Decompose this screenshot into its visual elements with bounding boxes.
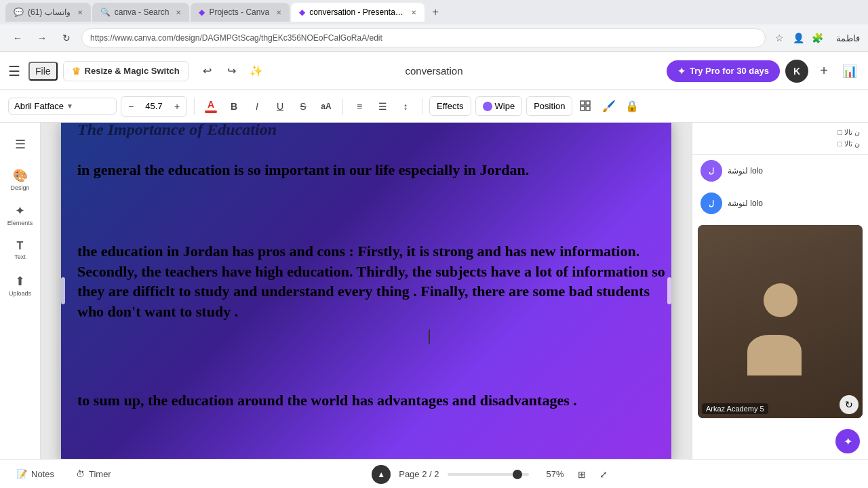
position-label: Position — [534, 101, 565, 111]
pro-trial-button[interactable]: ✦ Try Pro for 30 days — [667, 60, 780, 82]
list-button[interactable]: ☰ — [373, 97, 392, 116]
document-title: conversation — [405, 65, 462, 77]
design-icon: 🎨 — [13, 168, 28, 183]
tab-whatsapp[interactable]: 💬 واتساب (61) ✕ — [5, 3, 91, 22]
plus-button[interactable]: + — [814, 61, 834, 81]
menu-icon[interactable]: ☰ — [8, 63, 20, 79]
decrease-size-button[interactable]: − — [121, 97, 140, 116]
spacing-button[interactable]: ↕ — [396, 97, 415, 116]
font-selector[interactable]: Abril Fatface ▼ — [8, 98, 117, 115]
effects-button[interactable]: Effects — [429, 96, 471, 116]
video-person-body — [747, 335, 802, 375]
right-toolbar: ✦ Try Pro for 30 days K + 📊 — [667, 60, 860, 83]
sidebar-item-text[interactable]: T Text — [4, 234, 37, 266]
tab-close-3[interactable]: ✕ — [276, 9, 281, 16]
reload-button[interactable]: ↻ — [57, 28, 76, 47]
arabic-label-1: ن تالا □ — [701, 128, 860, 137]
text-color-button[interactable]: A — [201, 97, 220, 116]
zoom-level: 57% — [537, 469, 564, 479]
fullscreen-button[interactable]: ⤢ — [594, 465, 613, 484]
pro-label: Try Pro for 30 days — [690, 66, 769, 76]
resize-handle-left[interactable] — [61, 277, 65, 304]
strikethrough-button[interactable]: S — [294, 97, 313, 116]
address-icons: ☆ 👤 🧩 — [771, 30, 825, 46]
profile-icon[interactable]: 👤 — [790, 30, 806, 46]
video-placeholder — [698, 225, 863, 418]
resize-magic-switch-button[interactable]: ♛ Resize & Magic Switch — [63, 61, 189, 81]
notes-icon: 📝 — [16, 469, 27, 479]
resize-handle-right[interactable] — [667, 277, 671, 304]
canvas-area[interactable]: The Importance of Education in general t… — [41, 123, 692, 459]
tab-conversation[interactable]: ◆ conversation - Presentation ✕ — [291, 3, 425, 22]
chart-button[interactable]: 📊 — [840, 61, 860, 81]
tab-bar: 💬 واتساب (61) ✕ 🔍 canva - Search ✕ ◆ Pro… — [0, 0, 868, 24]
tab-favicon-1: 💬 — [14, 7, 24, 17]
position-button[interactable]: Position — [526, 96, 572, 116]
case-button[interactable]: aA — [317, 97, 336, 116]
main-area: ☰ 🎨 Design ✦ Elements T Text ⬆ Uploads — [0, 123, 868, 459]
crown-icon: ♛ — [72, 66, 81, 77]
tab-close-2[interactable]: ✕ — [176, 9, 181, 16]
extensions-icon[interactable]: 🧩 — [809, 30, 825, 46]
tab-projects[interactable]: ◆ Projects - Canva ✕ — [191, 3, 290, 22]
svg-rect-0 — [580, 101, 585, 105]
effects-label: Effects — [437, 101, 464, 111]
video-panel: Arkaz Academy 5 ↻ — [698, 225, 863, 418]
browser-chrome: 💬 واتساب (61) ✕ 🔍 canva - Search ✕ ◆ Pro… — [0, 0, 868, 52]
notes-button[interactable]: 📝 Notes — [11, 466, 60, 482]
design-label: Design — [10, 184, 29, 191]
slide-text-block-3[interactable]: to sum up, the education around the worl… — [77, 390, 671, 411]
participant-item-1[interactable]: ل لنوشة lolo — [692, 155, 868, 187]
undo-button[interactable]: ↩ — [197, 60, 218, 82]
sidebar-item-design[interactable]: 🎨 Design — [4, 163, 37, 196]
url-bar[interactable]: https://www.canva.com/design/DAGMPGtScag… — [81, 28, 766, 47]
brush-button[interactable]: 🖌️ — [599, 97, 618, 116]
tab-label-2: canva - Search — [115, 7, 170, 17]
tab-search[interactable]: 🔍 canva - Search ✕ — [92, 3, 190, 22]
view-buttons: ⊞ ⤢ — [572, 465, 613, 484]
bookmark-icon[interactable]: ☆ — [771, 30, 787, 46]
italic-button[interactable]: I — [248, 97, 267, 116]
user-avatar[interactable]: K — [785, 60, 808, 83]
new-tab-button[interactable]: + — [426, 3, 445, 22]
wipe-button[interactable]: Wipe — [475, 96, 523, 116]
back-button[interactable]: ← — [8, 28, 27, 47]
font-size-input[interactable] — [140, 101, 167, 111]
sidebar-item-uploads[interactable]: ⬆ Uploads — [4, 269, 37, 302]
participant-avatar-1: ل — [701, 160, 722, 182]
slide-text-block-1[interactable]: in general the education is so important… — [77, 160, 671, 180]
menu-sidebar-icon: ☰ — [15, 137, 26, 152]
grid-button[interactable] — [576, 97, 595, 116]
forward-button[interactable]: → — [33, 28, 52, 47]
bold-button[interactable]: B — [224, 97, 243, 116]
page-progress-thumb[interactable] — [513, 470, 522, 479]
underline-button[interactable]: U — [271, 97, 290, 116]
timer-button[interactable]: ⏱ Timer — [71, 466, 117, 482]
grid-view-button[interactable]: ⊞ — [572, 465, 591, 484]
star-icon: ✦ — [677, 66, 686, 77]
sidebar-item-menu[interactable]: ☰ — [4, 128, 37, 161]
file-button[interactable]: File — [28, 62, 58, 81]
wipe-icon — [483, 102, 492, 111]
tab-close-1[interactable]: ✕ — [77, 9, 83, 16]
align-button[interactable]: ≡ — [350, 97, 369, 116]
slide-text-block-2[interactable]: the education in Jordan has pros and con… — [77, 241, 671, 322]
separator-2 — [342, 98, 343, 115]
sidebar-item-elements[interactable]: ✦ Elements — [4, 199, 37, 231]
tab-close-4[interactable]: ✕ — [411, 9, 416, 16]
color-bar-icon — [205, 110, 217, 113]
redo-button[interactable]: ↪ — [221, 60, 243, 82]
sparkle-button[interactable]: ✨ — [245, 60, 267, 82]
lock-button[interactable]: 🔒 — [623, 97, 642, 116]
bottom-bar: 📝 Notes ⏱ Timer ▲ Page 2 / 2 57% ⊞ ⤢ — [0, 459, 868, 488]
font-dropdown-arrow: ▼ — [66, 102, 73, 110]
increase-size-button[interactable]: + — [167, 97, 186, 116]
sparkle-action-button[interactable]: ✦ — [835, 429, 860, 453]
scroll-up-button[interactable]: ▲ — [372, 465, 391, 484]
page-indicator: Page 2 / 2 — [399, 469, 439, 479]
participant-item-2[interactable]: ل لنوشة lolo — [692, 187, 868, 220]
tab-label-4: conversation - Presentation — [309, 7, 404, 17]
text-icon: T — [17, 240, 24, 252]
video-refresh-button[interactable]: ↻ — [840, 395, 859, 414]
page-progress-track[interactable] — [448, 473, 529, 476]
